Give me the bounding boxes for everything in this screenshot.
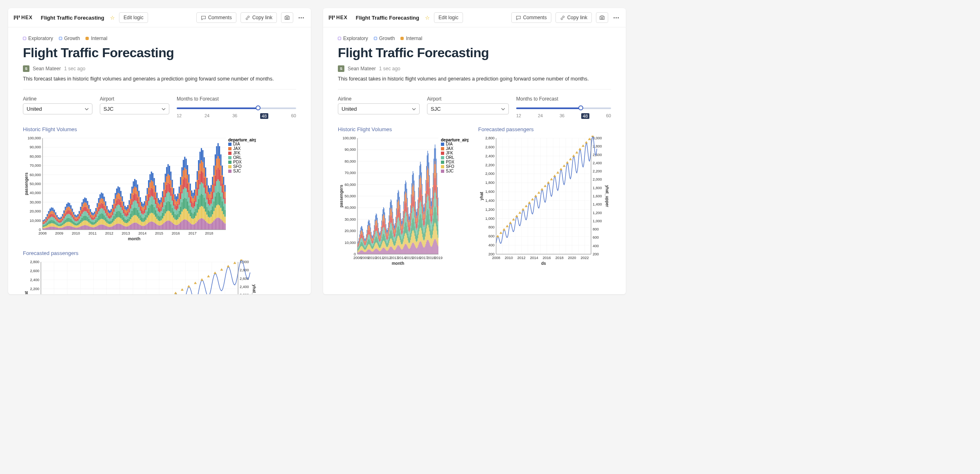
svg-rect-1315	[379, 232, 380, 235]
svg-rect-928	[222, 201, 223, 211]
svg-rect-1401	[387, 247, 387, 251]
svg-rect-1726	[415, 216, 416, 224]
svg-rect-1162	[366, 251, 366, 254]
svg-rect-652	[166, 167, 167, 177]
svg-rect-1824	[424, 221, 424, 227]
svg-rect-1915	[432, 213, 432, 221]
svg-rect-274	[91, 212, 92, 215]
svg-rect-876	[211, 185, 212, 192]
star-icon[interactable]: ☆	[110, 15, 115, 21]
svg-rect-1343	[382, 221, 382, 226]
svg-rect-1632	[407, 238, 408, 246]
author-name[interactable]: Sean Mateer	[348, 66, 376, 72]
airport-select[interactable]: SJC	[100, 103, 169, 114]
svg-rect-378	[112, 208, 113, 212]
svg-rect-1301	[378, 223, 378, 228]
svg-rect-1354	[383, 228, 383, 234]
svg-rect-1770	[419, 175, 419, 187]
logo[interactable]: HEX	[14, 15, 33, 20]
svg-rect-511	[138, 197, 139, 201]
camera-button[interactable]	[281, 12, 293, 23]
svg-rect-1853	[426, 179, 427, 191]
svg-rect-1556	[400, 236, 401, 242]
svg-rect-672	[170, 180, 171, 188]
svg-rect-1475	[393, 224, 393, 228]
svg-rect-1574	[402, 221, 402, 226]
airline-select[interactable]: United	[338, 103, 420, 114]
svg-rect-824	[201, 182, 202, 194]
camera-button[interactable]	[596, 12, 608, 23]
svg-rect-1890	[430, 245, 430, 254]
svg-rect-843	[205, 212, 206, 221]
svg-rect-873	[211, 204, 212, 210]
svg-rect-1540	[399, 246, 400, 254]
svg-rect-1709	[414, 233, 414, 244]
svg-rect-1836	[425, 228, 425, 237]
svg-rect-178	[73, 224, 74, 227]
svg-rect-1191	[369, 244, 369, 250]
star-icon[interactable]: ☆	[425, 15, 430, 21]
svg-rect-401	[117, 224, 119, 230]
svg-rect-1744	[417, 241, 418, 248]
more-menu[interactable]	[297, 15, 305, 20]
svg-rect-1459	[392, 226, 392, 233]
airline-select[interactable]: United	[23, 103, 92, 114]
avatar[interactable]: S	[338, 65, 344, 72]
svg-rect-31	[44, 227, 45, 228]
svg-rect-888	[213, 183, 214, 192]
svg-rect-541	[145, 225, 146, 230]
svg-rect-769	[190, 197, 191, 203]
svg-rect-1866	[427, 180, 428, 194]
svg-rect-1223	[371, 235, 371, 238]
project-title[interactable]: Flight Traffic Forecasting	[41, 15, 104, 21]
svg-rect-673	[170, 172, 171, 180]
svg-rect-237	[84, 206, 85, 211]
tag-exploratory[interactable]: Exploratory	[23, 36, 53, 41]
svg-rect-1848	[426, 242, 427, 254]
svg-rect-1169	[367, 251, 367, 254]
svg-rect-1614	[405, 201, 406, 211]
svg-rect-96	[56, 221, 58, 223]
svg-rect-661	[169, 211, 170, 221]
more-menu[interactable]	[612, 15, 620, 20]
svg-rect-1196	[369, 220, 369, 225]
tag-internal[interactable]: Internal	[400, 36, 422, 41]
svg-rect-852	[206, 199, 207, 207]
edit-logic-button[interactable]: Edit logic	[119, 12, 148, 23]
svg-rect-225	[81, 202, 83, 206]
slider-ticks: 12 24 36 48 60	[516, 113, 611, 119]
svg-rect-394	[116, 224, 117, 230]
author-name[interactable]: Sean Mateer	[33, 66, 61, 72]
svg-rect-634	[163, 209, 164, 216]
comments-button[interactable]: Comments	[511, 12, 551, 23]
logo[interactable]: HEX	[329, 15, 348, 20]
svg-rect-583	[154, 222, 155, 230]
tag-exploratory[interactable]: Exploratory	[338, 36, 368, 41]
project-title[interactable]: Flight Traffic Forecasting	[356, 15, 419, 21]
svg-rect-905	[218, 217, 219, 230]
comments-button[interactable]: Comments	[196, 12, 236, 23]
svg-text:60,000: 60,000	[29, 173, 41, 177]
svg-rect-1378	[384, 212, 385, 219]
svg-rect-194	[76, 221, 77, 224]
svg-rect-1880	[429, 188, 429, 201]
copy-link-button[interactable]: Copy link	[241, 12, 277, 23]
copy-link-button[interactable]: Copy link	[555, 12, 592, 23]
edit-logic-button[interactable]: Edit logic	[434, 12, 463, 23]
svg-rect-1634	[407, 221, 408, 229]
months-slider[interactable]	[516, 107, 611, 109]
months-slider[interactable]	[177, 107, 296, 109]
svg-rect-356	[108, 215, 109, 218]
svg-rect-1132	[363, 235, 364, 238]
tag-growth[interactable]: Growth	[374, 36, 395, 41]
svg-rect-757	[187, 165, 188, 175]
avatar[interactable]: S	[23, 65, 29, 72]
tag-growth[interactable]: Growth	[59, 36, 80, 41]
svg-rect-351	[106, 206, 108, 210]
airport-select[interactable]: SJC	[427, 103, 509, 114]
svg-rect-653	[167, 221, 169, 230]
svg-rect-1229	[372, 240, 372, 243]
svg-rect-1206	[370, 241, 370, 245]
tag-internal[interactable]: Internal	[85, 36, 107, 41]
svg-rect-1088	[360, 243, 360, 246]
